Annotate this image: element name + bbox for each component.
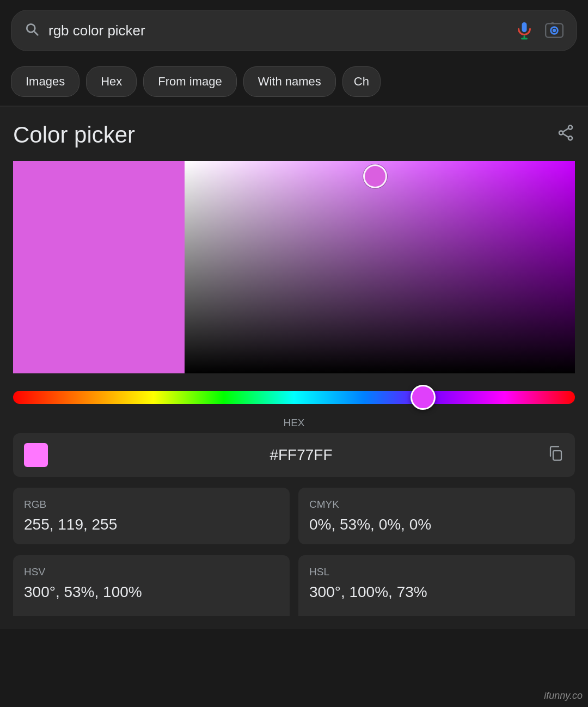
- gradient-bg: [185, 161, 575, 373]
- hsl-card: HSL 300°, 100%, 73%: [298, 555, 575, 616]
- chip-images[interactable]: Images: [11, 66, 79, 97]
- svg-point-5: [559, 131, 563, 134]
- rgb-label: RGB: [24, 499, 279, 511]
- hex-value[interactable]: #FF77FF: [54, 446, 548, 464]
- search-icon: [23, 21, 40, 41]
- cmyk-label: CMYK: [309, 499, 564, 511]
- hsv-label: HSV: [24, 566, 279, 578]
- hsv-value: 300°, 53%, 100%: [24, 583, 279, 601]
- copy-icon[interactable]: [548, 445, 564, 465]
- hsv-hsl-row: HSV 300°, 53%, 100% HSL 300°, 100%, 73%: [13, 555, 575, 616]
- chip-with-names[interactable]: With names: [243, 66, 336, 97]
- hsv-card: HSV 300°, 53%, 100%: [13, 555, 290, 616]
- svg-point-6: [568, 136, 572, 140]
- rgb-cmyk-row: RGB 255, 119, 255 CMYK 0%, 53%, 0%, 0%: [13, 488, 575, 544]
- lens-icon[interactable]: [544, 20, 565, 41]
- hex-label: HEX: [13, 417, 575, 429]
- svg-line-8: [563, 134, 568, 138]
- hue-slider-thumb[interactable]: [411, 385, 436, 410]
- search-area: rgb color picker: [0, 0, 588, 58]
- color-canvas-wrapper[interactable]: [13, 161, 575, 373]
- search-right-icons: [514, 20, 565, 41]
- filter-chips: Images Hex From image With names Ch: [0, 58, 588, 106]
- search-bar: rgb color picker: [11, 10, 577, 51]
- hex-group: HEX #FF77FF: [13, 417, 575, 477]
- mic-icon[interactable]: [514, 21, 534, 40]
- color-picker-title: Color picker: [13, 122, 135, 148]
- cmyk-card: CMYK 0%, 53%, 0%, 0%: [298, 488, 575, 544]
- color-picker-header: Color picker: [13, 122, 575, 148]
- rgb-value: 255, 119, 255: [24, 516, 279, 533]
- hue-slider-track[interactable]: [13, 391, 575, 404]
- chip-hex[interactable]: Hex: [86, 66, 137, 97]
- svg-rect-9: [553, 451, 561, 460]
- svg-rect-0: [522, 22, 527, 32]
- hsl-label: HSL: [309, 566, 564, 578]
- cmyk-value: 0%, 53%, 0%, 0%: [309, 516, 564, 533]
- chip-from-image[interactable]: From image: [143, 66, 236, 97]
- hue-slider-area: [0, 373, 588, 417]
- hex-color-preview: [24, 443, 48, 467]
- color-values-section: HEX #FF77FF RGB 255, 119, 255 CMYK 0%, 5…: [0, 417, 588, 629]
- svg-line-7: [563, 128, 568, 132]
- hex-input-wrap[interactable]: #FF77FF: [13, 433, 575, 477]
- color-picker-section: Color picker: [0, 107, 588, 373]
- hsl-value: 300°, 100%, 73%: [309, 583, 564, 601]
- color-preview-swatch: [13, 161, 185, 373]
- chip-partial[interactable]: Ch: [342, 66, 381, 97]
- svg-point-3: [553, 29, 556, 32]
- rgb-card: RGB 255, 119, 255: [13, 488, 290, 544]
- svg-point-4: [568, 126, 572, 130]
- color-cursor[interactable]: [363, 164, 387, 188]
- search-query[interactable]: rgb color picker: [48, 22, 506, 39]
- share-icon[interactable]: [556, 124, 575, 146]
- color-gradient-area[interactable]: [185, 161, 575, 373]
- watermark: ifunny.co: [544, 690, 583, 702]
